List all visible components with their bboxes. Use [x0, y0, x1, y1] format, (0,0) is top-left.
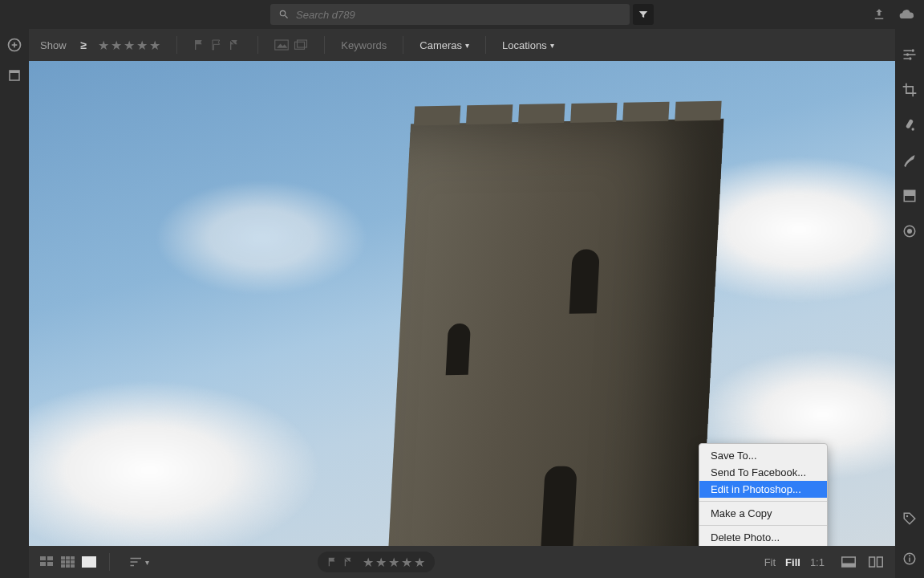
rating-pill: ★ ★ ★ ★ ★ [318, 552, 435, 572]
photo-viewer[interactable]: Save To... Send To Facebook... Edit in P… [29, 61, 895, 546]
zoom-fit[interactable]: Fit [764, 556, 776, 568]
svg-rect-10 [47, 562, 53, 566]
titlebar-right-icons [871, 0, 914, 29]
cloud-sync-icon[interactable] [898, 6, 914, 22]
svg-rect-11 [61, 556, 65, 560]
keywords-dropdown[interactable]: Keywords [341, 39, 387, 51]
pill-rating-stars[interactable]: ★ ★ ★ ★ ★ [363, 555, 425, 570]
left-rail [0, 29, 29, 578]
sort-button[interactable]: ▾ [129, 556, 149, 568]
edit-sliders-icon[interactable] [902, 47, 918, 63]
ctx-save-to[interactable]: Save To... [699, 447, 827, 464]
grid-large-icon[interactable] [61, 556, 75, 568]
zoom-1to1[interactable]: 1:1 [810, 556, 825, 568]
locations-dropdown[interactable]: Locations▾ [502, 39, 554, 51]
divider [257, 36, 258, 54]
rating-gte-toggle[interactable]: ≥ [81, 39, 87, 51]
pill-star-3[interactable]: ★ [388, 555, 399, 570]
divider [176, 36, 177, 54]
chevron-down-icon: ▾ [550, 41, 554, 50]
bottom-icons [841, 554, 884, 570]
chevron-down-icon: ▾ [465, 41, 469, 50]
search-input[interactable] [296, 9, 622, 21]
svg-rect-6 [298, 40, 307, 47]
stack-mode-icon[interactable] [294, 39, 308, 51]
divider [324, 36, 325, 54]
svg-rect-8 [47, 556, 53, 560]
svg-rect-31 [906, 119, 914, 129]
add-photos-icon[interactable] [6, 37, 22, 53]
star-1[interactable]: ★ [98, 38, 109, 53]
search-filter-button[interactable] [633, 4, 654, 25]
ctx-edit-in-photoshop[interactable]: Edit in Photoshop... [699, 481, 827, 498]
right-rail [895, 29, 924, 578]
grid-small-icon[interactable] [40, 556, 55, 568]
ctx-send-facebook[interactable]: Send To Facebook... [699, 464, 827, 481]
svg-rect-7 [40, 556, 46, 560]
svg-rect-19 [71, 564, 75, 568]
divider [485, 36, 486, 54]
star-5[interactable]: ★ [149, 38, 160, 53]
svg-point-37 [906, 515, 908, 517]
star-4[interactable]: ★ [136, 38, 148, 53]
svg-rect-15 [66, 560, 70, 564]
svg-rect-34 [904, 190, 915, 196]
cameras-dropdown[interactable]: Cameras▾ [419, 39, 469, 51]
photo-subject [385, 119, 724, 546]
svg-point-36 [907, 229, 912, 234]
pill-flag-pick-icon[interactable] [327, 556, 338, 568]
svg-rect-22 [131, 561, 138, 563]
brush-icon[interactable] [902, 153, 918, 169]
titlebar [0, 0, 924, 29]
svg-point-32 [912, 128, 914, 130]
svg-rect-13 [71, 556, 75, 560]
flag-unflag-icon[interactable] [211, 39, 224, 51]
picture-mode-icon[interactable] [274, 39, 289, 51]
zoom-fill[interactable]: Fill [785, 556, 800, 568]
filter-bar: Show ≥ ★ ★ ★ ★ ★ [29, 29, 895, 61]
svg-rect-18 [66, 564, 70, 568]
compare-toggle-icon[interactable] [868, 554, 884, 570]
flag-pick-icon[interactable] [193, 39, 206, 51]
app-root: Show ≥ ★ ★ ★ ★ ★ [0, 0, 924, 578]
radial-gradient-icon[interactable] [902, 223, 918, 239]
pill-star-2[interactable]: ★ [375, 555, 387, 570]
svg-rect-14 [61, 560, 65, 564]
divider [403, 36, 403, 54]
svg-rect-27 [877, 557, 882, 567]
healing-brush-icon[interactable] [902, 117, 918, 133]
svg-rect-23 [131, 565, 135, 567]
rating-stars[interactable]: ★ ★ ★ ★ ★ [98, 38, 160, 53]
crop-icon[interactable] [902, 82, 918, 98]
filmstrip-toggle-icon[interactable] [841, 554, 857, 570]
star-2[interactable]: ★ [111, 38, 122, 53]
svg-point-28 [912, 49, 914, 51]
svg-rect-12 [66, 556, 70, 560]
pill-star-5[interactable]: ★ [414, 555, 425, 570]
linear-gradient-icon[interactable] [902, 188, 918, 204]
pill-star-1[interactable]: ★ [363, 555, 374, 570]
svg-rect-20 [82, 556, 96, 568]
bottom-bar: ▾ ★ ★ ★ ★ ★ Fit [29, 546, 895, 578]
svg-rect-2 [10, 71, 19, 73]
chevron-down-icon: ▾ [145, 558, 149, 567]
svg-rect-39 [909, 558, 910, 562]
tag-icon[interactable] [902, 511, 918, 527]
my-photos-icon[interactable] [6, 67, 22, 83]
single-view-icon[interactable] [82, 556, 96, 568]
body-row: Show ≥ ★ ★ ★ ★ ★ [0, 29, 924, 578]
info-icon[interactable] [902, 551, 918, 567]
center-column: Show ≥ ★ ★ ★ ★ ★ [29, 29, 895, 578]
pill-flag-reject-icon[interactable] [343, 556, 355, 568]
ctx-make-copy[interactable]: Make a Copy [699, 505, 827, 522]
pill-star-4[interactable]: ★ [401, 555, 412, 570]
flag-reject-icon[interactable] [229, 39, 241, 51]
context-menu: Save To... Send To Facebook... Edit in P… [699, 443, 828, 546]
svg-rect-5 [295, 42, 305, 49]
star-3[interactable]: ★ [124, 38, 135, 53]
ctx-delete-photo[interactable]: Delete Photo... [699, 529, 827, 546]
share-icon[interactable] [871, 6, 887, 22]
svg-rect-25 [842, 564, 856, 568]
search-field[interactable] [270, 4, 630, 25]
flag-filter-group [193, 39, 241, 51]
